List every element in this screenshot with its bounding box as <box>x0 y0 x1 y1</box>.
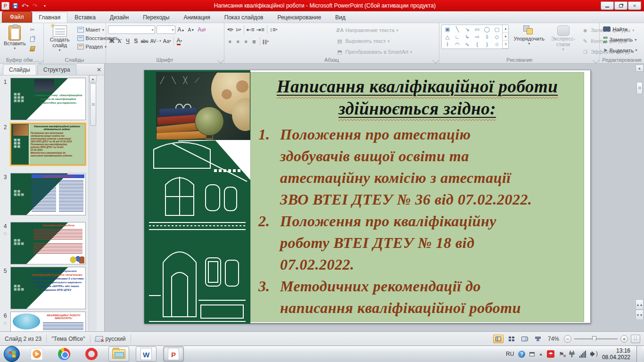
slide-canvas[interactable]: ╱ ╲ ╳ ⟋ <box>144 70 591 323</box>
slide-title[interactable]: Написання кваліфікаційної роботи здійнює… <box>251 75 584 120</box>
tray-window-icon[interactable] <box>529 352 535 356</box>
save-button[interactable] <box>11 1 19 10</box>
font-name-combo[interactable]: ▾ <box>108 25 155 34</box>
strikethrough-button[interactable]: abc <box>140 37 149 45</box>
tab-view[interactable]: Вид <box>328 12 353 23</box>
action-center-flag-icon[interactable]: ⚑ <box>559 351 564 358</box>
shape-right-brace-icon[interactable]: } <box>482 41 492 48</box>
panel-scroll-up-button[interactable]: ▲ <box>89 75 97 82</box>
scroll-up-button[interactable]: ▲ <box>636 65 644 72</box>
zoom-slider[interactable] <box>574 338 618 339</box>
shape-line-icon[interactable]: ╲ <box>452 25 462 33</box>
restore-button[interactable] <box>614 1 627 10</box>
shrink-font-button[interactable]: A▼ <box>187 25 196 34</box>
text-direction-button[interactable]: ⇵AНаправление текста▾ <box>335 26 413 34</box>
italic-button[interactable]: К <box>116 37 124 45</box>
cut-button[interactable]: ✂ <box>29 26 36 33</box>
slide-indicator[interactable]: Слайд 2 из 23 <box>0 335 47 343</box>
slide-body-list[interactable]: 1. Положення про атестацію здобувачів ви… <box>251 123 584 319</box>
shape-rounded-rect-icon[interactable]: ▢ <box>492 25 502 33</box>
taskbar-powerpoint[interactable]: P <box>163 346 184 362</box>
align-left-button[interactable]: ≡ <box>226 37 234 46</box>
tab-review[interactable]: Рецензирование <box>270 12 328 23</box>
shape-curve-icon[interactable]: ∿ <box>462 41 472 48</box>
normal-view-button[interactable] <box>493 335 504 343</box>
zoom-level[interactable]: 74% <box>548 336 559 342</box>
quick-styles-button[interactable]: Экспресс-стили ▾ <box>549 25 577 52</box>
slideshow-button[interactable] <box>533 335 543 343</box>
start-button[interactable] <box>4 346 20 362</box>
slide-thumbnail-3[interactable]: ▦▦▦▦▦ КВАЛІФІКАЦІЙНА РОБОТА <box>10 173 86 215</box>
power-plug-icon[interactable] <box>569 351 575 357</box>
tab-slides-pane[interactable]: Слайды <box>3 64 36 75</box>
shape-elbow-arrow-icon[interactable]: ↳ <box>462 33 472 41</box>
undo-button[interactable]: ↶▾ <box>21 1 29 10</box>
clear-formatting-button[interactable]: A <box>197 25 206 34</box>
avira-tray-icon[interactable]: ☂ <box>547 350 554 358</box>
convert-smartart-button[interactable]: ⬒Преобразовать в SmartArt▾ <box>335 48 413 56</box>
numbering-button[interactable]: 1≡▾ <box>234 25 242 34</box>
shape-oval-icon[interactable]: ◯ <box>482 25 492 33</box>
shape-elbow-icon[interactable]: ∟ <box>452 33 462 41</box>
slide-content-panel[interactable]: Написання кваліфікаційної роботи здійнює… <box>250 72 584 322</box>
tab-transitions[interactable]: Переходы <box>136 12 176 23</box>
slide-thumbnail-5[interactable]: ▦▦▦▦▦ Основні наукові результати кваліфі… <box>10 267 86 309</box>
panel-scroll-thumb[interactable] <box>90 83 96 126</box>
character-spacing-button[interactable]: AV↔▾ <box>149 37 162 45</box>
shape-block-arrow-icon[interactable]: ⇨ <box>472 33 482 41</box>
shape-cloud-icon[interactable]: ◇ <box>492 33 502 41</box>
change-case-button[interactable]: Aa▾ <box>162 37 172 45</box>
main-scroll-thumb[interactable] <box>636 82 643 94</box>
tab-file[interactable]: Файл <box>2 11 32 23</box>
taskbar-word[interactable]: W <box>136 346 157 362</box>
tab-home[interactable]: Главная <box>32 12 68 23</box>
shape-left-brace-icon[interactable]: { <box>472 41 482 48</box>
next-slide-button[interactable]: ▼▼ <box>636 310 644 320</box>
zoom-slider-thumb[interactable] <box>592 336 596 342</box>
zoom-out-button[interactable]: − <box>564 335 571 343</box>
show-desktop-button[interactable] <box>636 346 642 362</box>
shape-textbox-icon[interactable]: ▣ <box>442 25 452 33</box>
tab-animations[interactable]: Анимация <box>176 12 217 23</box>
tray-language-indicator[interactable]: RU <box>506 351 514 357</box>
select-button[interactable]: ➤Выделить▾ <box>602 47 642 54</box>
powerpoint-app-icon[interactable]: P <box>1 2 9 10</box>
taskbar-media-player[interactable] <box>26 346 47 362</box>
volume-icon[interactable] <box>590 351 598 357</box>
new-slide-button[interactable]: Создать слайд ▾ <box>46 25 74 53</box>
taskbar-opera[interactable] <box>81 346 102 362</box>
line-spacing-button[interactable]: ↕≡▾ <box>269 25 279 34</box>
slide-thumbnail-4[interactable]: ▦▦▦▦▦ Кваліфікаційна робота <box>10 222 86 264</box>
clock[interactable]: 13:16 08.04.2022 <box>602 347 632 361</box>
shape-scribble-icon[interactable]: ⌇ <box>442 41 452 48</box>
slide-thumbnail-6[interactable]: КВАЛІФІКАЦІЙНУ РОБОТУ ВИКОНУЮТЬ: <box>10 312 86 331</box>
underline-button[interactable]: Ч <box>124 37 132 45</box>
redo-button[interactable]: ↷ <box>31 1 39 10</box>
tab-slideshow[interactable]: Показ слайдов <box>217 12 271 23</box>
taskbar-explorer[interactable] <box>108 346 129 362</box>
close-button[interactable]: × <box>628 1 641 10</box>
font-color-button[interactable]: А▾ <box>175 37 183 45</box>
slide-thumbnail-2[interactable]: ▦▦▦▦▦▦ Написання кваліфікаційної роботи … <box>10 123 86 165</box>
grow-font-button[interactable]: A▲ <box>177 25 186 34</box>
justify-button[interactable]: ≣ <box>250 37 258 46</box>
shape-arrow-icon[interactable]: ↘ <box>462 25 472 33</box>
show-hidden-icons-button[interactable]: ▲ <box>539 352 543 356</box>
zoom-in-button[interactable]: + <box>620 335 628 343</box>
shape-down-arrow-icon[interactable]: ⇩ <box>482 33 492 41</box>
shape-arc-icon[interactable]: ◠ <box>452 41 462 48</box>
reading-view-button[interactable] <box>520 335 530 343</box>
format-painter-button[interactable] <box>29 45 36 52</box>
shape-star-icon[interactable]: ☆ <box>492 41 502 48</box>
align-text-button[interactable]: ▤Выровнять текст▾ <box>335 37 413 45</box>
bullets-button[interactable]: •≡▾ <box>226 25 234 34</box>
align-right-button[interactable]: ≡ <box>242 37 250 46</box>
tab-insert[interactable]: Вставка <box>67 12 103 23</box>
decrease-indent-button[interactable]: ⇤≡ <box>246 25 256 34</box>
fit-to-window-button[interactable]: ⛶ <box>631 335 640 343</box>
panel-scrollbar[interactable]: ▲ <box>89 75 97 331</box>
font-size-combo[interactable]: ▾ <box>157 25 175 34</box>
tab-outline-pane[interactable]: Структура <box>37 64 76 75</box>
shapes-gallery-scrollbar[interactable]: ▲ ▼ ⊽ <box>502 25 508 49</box>
language-indicator[interactable]: русский <box>91 335 131 343</box>
